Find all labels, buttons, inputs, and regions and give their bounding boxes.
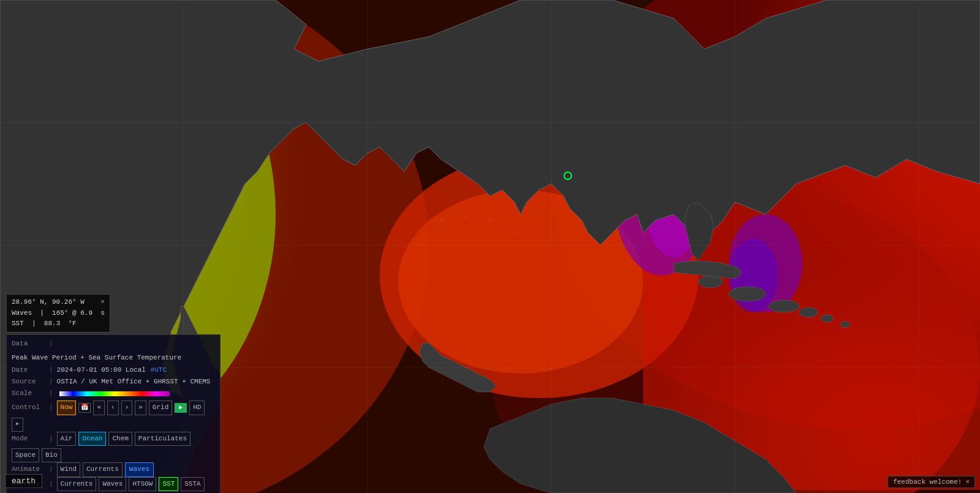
date-label: Date bbox=[12, 364, 45, 376]
overlay-currents-button[interactable]: Currents bbox=[57, 477, 97, 491]
control-row: Control | Now 📅 « ‹ › » Grid ▶ HD ➤ bbox=[12, 401, 215, 432]
overlay-sep: | bbox=[49, 478, 53, 490]
location-button[interactable]: ➤ bbox=[12, 418, 23, 432]
mode-ocean-button[interactable]: Ocean bbox=[78, 432, 106, 446]
waves-unit: s bbox=[100, 309, 105, 317]
earth-text: earth bbox=[12, 476, 36, 486]
earth-label[interactable]: earth bbox=[5, 474, 42, 488]
waves-value: 165° @ 6.9 bbox=[52, 309, 92, 317]
prev-button[interactable]: ‹ bbox=[107, 401, 119, 415]
animate-sep: | bbox=[49, 464, 53, 475]
animate-currents-button[interactable]: Currents bbox=[83, 462, 123, 476]
mode-bio-button[interactable]: Bio bbox=[42, 448, 61, 462]
feedback-text: feedback welcome! bbox=[893, 478, 962, 486]
data-row: Data | Peak Wave Period + Sea Surface Te… bbox=[12, 338, 215, 364]
hd-button[interactable]: HD bbox=[189, 401, 205, 415]
date-row: Date | 2024-07-01 05:00 Local #UTC bbox=[12, 364, 215, 376]
control-label: Control bbox=[12, 402, 45, 413]
date-sep: | bbox=[49, 364, 53, 376]
svg-point-49 bbox=[514, 232, 515, 233]
sst-label: SST bbox=[12, 320, 24, 327]
waves-label: Waves bbox=[12, 309, 32, 317]
utc-link[interactable]: #UTC bbox=[151, 364, 167, 376]
svg-point-45 bbox=[398, 226, 399, 227]
prev-prev-button[interactable]: « bbox=[93, 401, 105, 415]
svg-point-40 bbox=[440, 220, 442, 221]
control-sep: | bbox=[49, 402, 53, 413]
svg-point-27 bbox=[769, 300, 799, 312]
sst-unit: °F bbox=[68, 320, 76, 327]
source-label: Source bbox=[12, 376, 45, 388]
mode-chem-button[interactable]: Chem bbox=[108, 432, 132, 446]
svg-point-48 bbox=[502, 226, 503, 227]
animate-waves-button[interactable]: Waves bbox=[125, 462, 154, 476]
now-button[interactable]: Now bbox=[57, 401, 77, 415]
next-button[interactable]: › bbox=[121, 401, 133, 415]
mode-particulates-button[interactable]: Particulates bbox=[135, 432, 190, 446]
calendar-button[interactable]: 📅 bbox=[78, 403, 91, 413]
scale-bar bbox=[59, 391, 170, 396]
scale-row: Scale | bbox=[12, 388, 215, 399]
mode-air-button[interactable]: Air bbox=[57, 432, 77, 446]
mode-label: Mode bbox=[12, 433, 45, 445]
feedback-banner: feedback welcome! × bbox=[888, 476, 975, 488]
svg-point-47 bbox=[422, 223, 423, 224]
svg-point-39 bbox=[428, 214, 429, 215]
svg-point-46 bbox=[410, 232, 411, 233]
svg-point-51 bbox=[538, 235, 540, 236]
mode-space-button[interactable]: Space bbox=[12, 448, 39, 462]
feedback-close-icon[interactable]: × bbox=[965, 478, 970, 486]
play-button[interactable]: ▶ bbox=[175, 403, 187, 413]
svg-point-44 bbox=[489, 220, 491, 221]
grid-button[interactable]: Grid bbox=[149, 401, 172, 415]
animate-wind-button[interactable]: Wind bbox=[57, 462, 80, 476]
scale-label: Scale bbox=[12, 388, 45, 399]
overlay-sst-button[interactable]: SST bbox=[159, 477, 178, 491]
svg-point-28 bbox=[799, 307, 818, 317]
source-row: Source | OSTIA / UK Met Office + GHRSST … bbox=[12, 376, 215, 388]
info-popup: 28.96° N, 90.26° W × Waves | 165° @ 6.9 … bbox=[6, 294, 110, 333]
scale-sep: | bbox=[49, 388, 53, 399]
svg-point-50 bbox=[526, 226, 527, 227]
mode-sep: | bbox=[49, 433, 53, 445]
svg-point-42 bbox=[465, 217, 466, 218]
data-value: Peak Wave Period + Sea Surface Temperatu… bbox=[12, 352, 181, 364]
overlay-htsgw-button[interactable]: HTSGW bbox=[129, 477, 156, 491]
svg-point-26 bbox=[729, 287, 766, 301]
mode-row: Mode | Air Ocean Chem Particulates Space… bbox=[12, 432, 215, 463]
svg-point-25 bbox=[698, 276, 723, 288]
close-icon[interactable]: × bbox=[100, 297, 105, 308]
svg-point-29 bbox=[821, 315, 833, 322]
sst-value: 88.3 bbox=[44, 320, 60, 327]
source-sep: | bbox=[49, 376, 53, 388]
date-value: 2024-07-01 05:00 Local bbox=[57, 364, 146, 376]
svg-point-43 bbox=[477, 211, 478, 212]
next-next-button[interactable]: » bbox=[135, 401, 146, 415]
svg-point-30 bbox=[840, 322, 850, 328]
data-sep: | bbox=[49, 338, 53, 350]
svg-point-41 bbox=[453, 208, 454, 209]
data-label: Data bbox=[12, 338, 45, 350]
overlay-waves-button[interactable]: Waves bbox=[99, 477, 126, 491]
coords-text: 28.96° N, 90.26° W bbox=[12, 298, 85, 306]
control-panel: Data | Peak Wave Period + Sea Surface Te… bbox=[6, 334, 221, 493]
source-value: OSTIA / UK Met Office + GHRSST + CMEMS bbox=[57, 376, 211, 388]
overlay-ssta-button[interactable]: SSTA bbox=[181, 477, 204, 491]
